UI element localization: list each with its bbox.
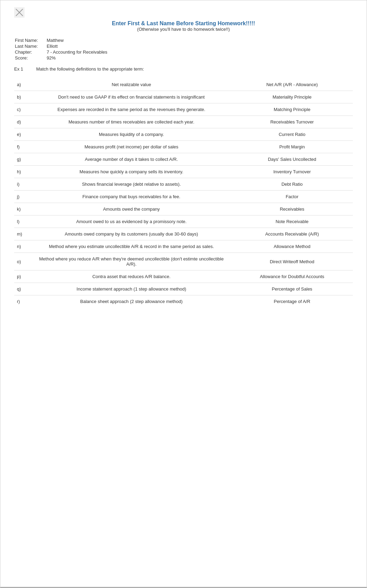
row-definition: Finance company that buys receivables fo… — [31, 191, 231, 203]
row-term: Direct Writeoff Method — [231, 253, 353, 270]
row-letter: p) — [14, 270, 31, 283]
row-term: Receivables Turnover — [231, 116, 353, 128]
row-definition: Average number of days it takes to colle… — [31, 153, 231, 166]
first-name-row: First Name: Matthew — [15, 38, 107, 43]
table-row: d)Measures number of times receivables a… — [14, 116, 353, 128]
chapter-label: Chapter: — [15, 49, 46, 55]
row-letter: h) — [14, 166, 31, 178]
row-definition: Method where you estimate uncollectible … — [31, 240, 231, 253]
row-letter: f) — [14, 141, 31, 153]
score-row: Score: 92% — [15, 55, 107, 61]
first-name-value: Matthew — [47, 38, 107, 43]
table-row: i)Shows financial leverage (debt relativ… — [14, 178, 353, 191]
logo-area — [14, 7, 353, 19]
first-name-label: First Name: — [15, 38, 46, 43]
table-row: l)Amount owed to us as evidenced by a pr… — [14, 215, 353, 228]
row-term: Debt Ratio — [231, 178, 353, 191]
exercise-instruction: Match the following definitions to the a… — [36, 66, 144, 72]
table-row: j)Finance company that buys receivables … — [14, 191, 353, 203]
row-definition: Expenses are recorded in the same period… — [31, 103, 231, 116]
table-row: a)Net realizable valueNet A/R (A/R - All… — [14, 79, 353, 91]
row-term: Days' Sales Uncollected — [231, 153, 353, 166]
row-definition: Income statement approach (1 step allowa… — [31, 283, 231, 295]
table-row: k)Amounts owed the companyReceivables — [14, 203, 353, 215]
row-term: Net A/R (A/R - Allowance) — [231, 79, 353, 91]
row-definition: Measures profit (net income) per dollar … — [31, 141, 231, 153]
row-letter: i) — [14, 178, 31, 191]
last-name-label: Last Name: — [15, 44, 46, 49]
table-row: g)Average number of days it takes to col… — [14, 153, 353, 166]
row-definition: Amount owed to us as evidenced by a prom… — [31, 215, 231, 228]
last-name-value: Elliott — [47, 44, 107, 49]
matching-table: a)Net realizable valueNet A/R (A/R - All… — [14, 79, 353, 307]
row-letter: q) — [14, 283, 31, 295]
row-definition: Shows financial leverage (debt relative … — [31, 178, 231, 191]
row-definition: Contra asset that reduces A/R balance. — [31, 270, 231, 283]
table-row: h)Measures how quickly a company sells i… — [14, 166, 353, 178]
row-definition: Measures how quickly a company sells its… — [31, 166, 231, 178]
row-term: Current Ratio — [231, 128, 353, 141]
page: Enter First & Last Name Before Starting … — [0, 0, 367, 588]
table-row: e)Measures liquidity of a company.Curren… — [14, 128, 353, 141]
row-term: Inventory Turnover — [231, 166, 353, 178]
exercise-header: Ex 1 Match the following definitions to … — [14, 66, 353, 72]
row-letter: c) — [14, 103, 31, 116]
row-term: Allowance for Doubtful Accounts — [231, 270, 353, 283]
row-definition: Amounts owed the company — [31, 203, 231, 215]
table-row: m)Amounts owed company by its customers … — [14, 228, 353, 240]
row-letter: k) — [14, 203, 31, 215]
row-term: Matching Principle — [231, 103, 353, 116]
info-table: First Name: Matthew Last Name: Elliott C… — [14, 37, 108, 61]
score-value: 92% — [47, 55, 107, 61]
row-term: Accounts Receivable (A/R) — [231, 228, 353, 240]
table-row: f)Measures profit (net income) per dolla… — [14, 141, 353, 153]
exercise-number: Ex 1 — [14, 66, 35, 72]
header-title: Enter First & Last Name Before Starting … — [14, 20, 353, 27]
row-letter: n) — [14, 240, 31, 253]
score-label: Score: — [15, 55, 46, 61]
row-letter: d) — [14, 116, 31, 128]
row-definition: Net realizable value — [31, 79, 231, 91]
row-definition: Amounts owed company by its customers (u… — [31, 228, 231, 240]
table-row: p)Contra asset that reduces A/R balance.… — [14, 270, 353, 283]
table-row: n)Method where you estimate uncollectibl… — [14, 240, 353, 253]
row-term: Factor — [231, 191, 353, 203]
row-letter: j) — [14, 191, 31, 203]
row-letter: r) — [14, 295, 31, 308]
row-term: Percentage of Sales — [231, 283, 353, 295]
header-subtitle: (Otherwise you'll have to do homework tw… — [14, 27, 353, 32]
row-definition: Method where you reduce A/R when they're… — [31, 253, 231, 270]
row-term: Profit Margin — [231, 141, 353, 153]
table-row: q)Income statement approach (1 step allo… — [14, 283, 353, 295]
row-letter: o) — [14, 253, 31, 270]
row-definition: Don't need to use GAAP if its effect on … — [31, 91, 231, 103]
table-row: c)Expenses are recorded in the same peri… — [14, 103, 353, 116]
bottom-line — [0, 587, 367, 588]
row-letter: b) — [14, 91, 31, 103]
row-definition: Measures liquidity of a company. — [31, 128, 231, 141]
table-row: o)Method where you reduce A/R when they'… — [14, 253, 353, 270]
row-term: Materiality Principle — [231, 91, 353, 103]
row-letter: a) — [14, 79, 31, 91]
row-definition: Measures number of times receivables are… — [31, 116, 231, 128]
row-term: Note Receivable — [231, 215, 353, 228]
chapter-row: Chapter: 7 - Accounting for Receivables — [15, 49, 107, 55]
table-row: b)Don't need to use GAAP if its effect o… — [14, 91, 353, 103]
row-letter: e) — [14, 128, 31, 141]
row-letter: m) — [14, 228, 31, 240]
row-term: Receivables — [231, 203, 353, 215]
row-letter: g) — [14, 153, 31, 166]
row-term: Allowance Method — [231, 240, 353, 253]
row-definition: Balance sheet approach (2 step allowance… — [31, 295, 231, 308]
row-term: Percentage of A/R — [231, 295, 353, 308]
logo-icon — [14, 7, 25, 18]
last-name-row: Last Name: Elliott — [15, 44, 107, 49]
chapter-value: 7 - Accounting for Receivables — [47, 49, 107, 55]
table-row: r)Balance sheet approach (2 step allowan… — [14, 295, 353, 308]
row-letter: l) — [14, 215, 31, 228]
